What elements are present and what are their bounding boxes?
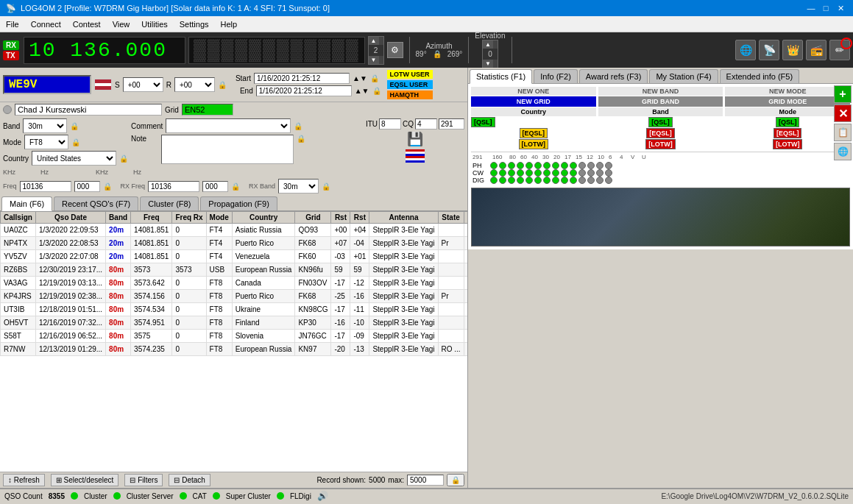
antenna-button[interactable]: 📡 — [759, 40, 779, 60]
col-freq[interactable]: Freq — [131, 212, 172, 224]
name-input[interactable] — [15, 104, 162, 116]
freq-hz-input[interactable] — [74, 181, 100, 192]
mode-select[interactable]: FT8 — [24, 135, 68, 149]
maximize-button[interactable]: □ — [819, 1, 832, 15]
rxband-select[interactable]: 30m — [278, 179, 319, 194]
tab-award-refs[interactable]: Award refs (F3) — [579, 69, 648, 83]
col-antenna[interactable]: Antenna — [369, 212, 438, 224]
col-callsign[interactable]: Callsign — [1, 212, 36, 224]
s-dropdown[interactable]: +00 — [123, 77, 163, 92]
col-band[interactable]: Band — [106, 212, 131, 224]
grid-mode-button[interactable]: GRID MODE — [725, 96, 850, 107]
comment-select[interactable] — [166, 118, 291, 133]
tab-statistics[interactable]: Statistics (F1) — [470, 69, 532, 84]
delete-button[interactable]: ✕ — [834, 104, 852, 122]
table-row[interactable]: KP4JRS12/19/2019 02:38...80m3574.1560FT8… — [1, 290, 468, 303]
crown-button[interactable]: 👑 — [782, 40, 803, 60]
tab-my-station[interactable]: My Station (F4) — [649, 69, 718, 83]
band-select[interactable]: 30m — [23, 118, 67, 133]
channel-spinner[interactable]: ▲ 2 ▼ — [368, 36, 384, 65]
grid-band-button[interactable]: GRID BAND — [598, 96, 723, 107]
start-datetime-input[interactable] — [254, 73, 350, 84]
country-lock-icon[interactable]: 🔒 — [119, 155, 128, 163]
band-lock-icon[interactable]: 🔒 — [70, 122, 79, 130]
table-row[interactable]: VA3AG12/19/2019 03:13...80m3573.6420FT8C… — [1, 277, 468, 290]
menu-contest[interactable]: Contest — [67, 16, 107, 32]
add-button[interactable]: + — [834, 85, 852, 103]
menu-utilities[interactable]: Utilities — [135, 16, 173, 32]
freq-lock[interactable]: 🔒 — [103, 182, 112, 191]
tab-recent[interactable]: Recent QSO's (F7) — [54, 196, 138, 210]
col-rst-s[interactable]: Rst — [331, 212, 350, 224]
table-row[interactable]: YV5ZV1/3/2020 22:07:0820m14081.8510FT4Ve… — [1, 250, 468, 263]
table-row[interactable]: UA0ZC1/3/2020 22:09:5320m14081.8510FT4As… — [1, 224, 468, 237]
detach-button[interactable]: ⊟ Detach — [169, 474, 210, 486]
spin-down-button[interactable]: ▼ — [369, 56, 379, 64]
col-mode[interactable]: Mode — [206, 212, 232, 224]
tab-extended-info[interactable]: Extended info (F5) — [720, 69, 800, 83]
note-lock-icon[interactable]: 🔒 — [297, 135, 305, 143]
copy-button[interactable]: 📋 — [834, 124, 852, 141]
lock-max-button[interactable]: 🔒 — [447, 474, 464, 486]
pencil-button[interactable]: ✏ — [829, 40, 850, 60]
tab-main[interactable]: Main (F6) — [1, 196, 52, 211]
rxfreq-hz-input[interactable] — [202, 181, 228, 192]
col-state[interactable]: State — [438, 212, 464, 224]
minimize-button[interactable]: — — [804, 1, 818, 15]
end-lock-icon[interactable]: 🔒 — [372, 87, 381, 95]
elevation-spinner[interactable]: ▲ 0 ▼ — [482, 40, 498, 68]
globe-side-button[interactable]: 🌐 — [834, 143, 852, 160]
elevation-down-button[interactable]: ▼ — [483, 60, 493, 68]
table-row[interactable]: OH5VT12/16/2019 07:32...80m3574.9510FT8F… — [1, 316, 468, 330]
freq-input[interactable] — [20, 181, 71, 192]
select-deselect-button[interactable]: ⊞ Select/deselect — [51, 474, 119, 486]
table-row[interactable]: NP4TX1/3/2020 22:08:5320m14081.8510FT4Pu… — [1, 237, 468, 250]
tab-info[interactable]: Info (F2) — [534, 69, 578, 83]
rxband-lock[interactable]: 🔒 — [322, 182, 330, 191]
rxfreq-input[interactable] — [148, 181, 199, 192]
menu-settings[interactable]: Settings — [174, 16, 215, 32]
col-country[interactable]: Country — [232, 212, 295, 224]
table-row[interactable]: RZ6BS12/30/2019 23:17...80m35733573USBEu… — [1, 263, 468, 277]
radio-button[interactable]: 📻 — [806, 40, 827, 60]
new-grid-button[interactable]: NEW GRID — [471, 96, 596, 107]
col-rst-r[interactable]: Rst — [350, 212, 369, 224]
menu-help[interactable]: Help — [215, 16, 244, 32]
cq-input[interactable] — [415, 118, 437, 129]
note-textarea[interactable] — [161, 135, 294, 164]
lock-icon[interactable]: 🔒 — [218, 81, 227, 89]
max-input[interactable] — [407, 475, 444, 486]
col-grid[interactable]: Grid — [295, 212, 331, 224]
grid-input[interactable] — [182, 104, 233, 116]
col-qslr[interactable]: Qsl R — [464, 212, 467, 224]
settings-gear-button[interactable]: ⚙ — [387, 42, 403, 58]
refresh-button[interactable]: ↕ Refresh — [3, 474, 45, 486]
dxcc-input[interactable] — [439, 118, 464, 129]
table-row[interactable]: R7NW12/13/2019 01:29...80m3574.2350FT8Eu… — [1, 343, 468, 356]
table-row[interactable]: UT3IB12/18/2019 01:51...80m3574.5340FT8U… — [1, 303, 468, 316]
close-button[interactable]: ✕ — [834, 1, 847, 15]
filters-button[interactable]: ⊟ Filters — [124, 474, 163, 486]
col-freqrx[interactable]: Freq Rx — [172, 212, 206, 224]
table-row[interactable]: S58T12/16/2019 06:52...80m35750FT8Sloven… — [1, 330, 468, 343]
tab-cluster[interactable]: Cluster (F8) — [140, 196, 199, 210]
comment-lock-icon[interactable]: 🔒 — [294, 122, 302, 130]
country-select[interactable]: United States — [32, 151, 116, 166]
col-date[interactable]: Qso Date — [35, 212, 105, 224]
main-frequency-display[interactable]: 10 136.000 — [24, 37, 185, 64]
tab-propagation[interactable]: Propagation (F9) — [200, 196, 277, 210]
menu-connect[interactable]: Connect — [25, 16, 67, 32]
mode-lock-icon[interactable]: 🔒 — [71, 138, 80, 146]
r-dropdown[interactable]: +00 — [174, 77, 215, 92]
rxfreq-lock[interactable]: 🔒 — [231, 182, 240, 191]
end-datetime-input[interactable] — [256, 85, 352, 96]
spin-up-button[interactable]: ▲ — [369, 37, 379, 45]
callsign-input[interactable] — [3, 75, 91, 94]
menu-file[interactable]: File — [0, 16, 25, 32]
itu-input[interactable] — [379, 118, 401, 129]
elevation-up-button[interactable]: ▲ — [483, 40, 493, 49]
menu-view[interactable]: View — [107, 16, 136, 32]
start-lock-icon[interactable]: 🔒 — [370, 74, 379, 82]
qso-table-container[interactable]: Callsign Qso Date Band Freq Freq Rx Mode… — [0, 211, 467, 472]
globe-button[interactable]: 🌐 — [735, 40, 756, 60]
